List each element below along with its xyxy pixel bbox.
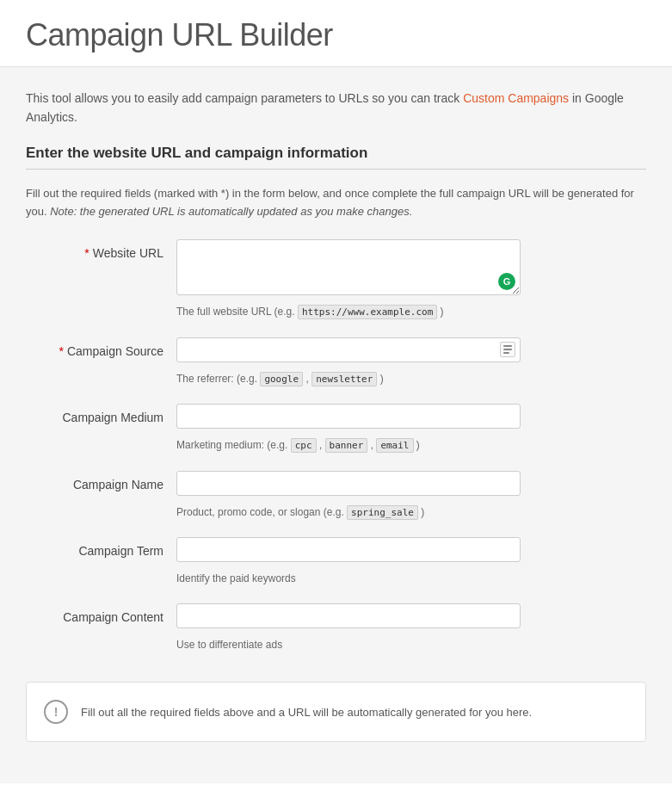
- medium-hint-code2: banner: [325, 438, 368, 453]
- campaign-source-input[interactable]: [176, 337, 521, 362]
- campaign-medium-row: Campaign Medium: [26, 404, 646, 429]
- campaign-content-input[interactable]: [176, 603, 521, 628]
- form-instructions: Fill out the required fields (marked wit…: [26, 185, 646, 221]
- campaign-content-hint: Use to differentiate ads: [176, 637, 282, 652]
- campaign-medium-input[interactable]: [176, 404, 521, 429]
- campaign-content-field-wrapper: [176, 603, 521, 628]
- website-url-hint-code: https://www.example.com: [298, 305, 437, 319]
- campaign-term-row: Campaign Term: [26, 537, 646, 562]
- campaign-term-input[interactable]: [176, 537, 521, 562]
- intro-text: This tool allows you to easily add campa…: [26, 89, 646, 127]
- url-output-box: ! Fill out all the required fields above…: [26, 682, 646, 742]
- campaign-medium-hint: Marketing medium: (e.g. cpc , banner , e…: [176, 437, 420, 454]
- campaign-source-field-wrapper: [176, 337, 521, 362]
- website-url-field-wrapper: G: [176, 239, 521, 295]
- campaign-name-input[interactable]: [176, 471, 521, 496]
- source-hint-code1: google: [260, 372, 303, 386]
- campaign-name-hint: Product, promo code, or slogan (e.g. spr…: [176, 504, 424, 521]
- page-header: Campaign URL Builder: [0, 0, 672, 67]
- section-divider: [26, 169, 646, 170]
- name-hint-code: spring_sale: [347, 505, 418, 520]
- website-url-hint-row: The full website URL (e.g. https://www.e…: [26, 300, 646, 332]
- campaign-medium-field-wrapper: [176, 404, 521, 429]
- website-url-input-wrapper: G: [176, 239, 521, 295]
- page-content: This tool allows you to easily add campa…: [0, 67, 672, 783]
- campaign-term-hint-row: Identify the paid keywords: [26, 567, 646, 598]
- campaign-content-hint-row: Use to differentiate ads: [26, 634, 646, 664]
- campaign-content-label: Campaign Content: [26, 603, 176, 624]
- campaign-term-field-wrapper: [176, 537, 521, 562]
- campaign-source-input-wrapper: [176, 337, 521, 362]
- campaign-source-label: *Campaign Source: [26, 337, 176, 358]
- website-url-row: *Website URL G: [26, 239, 646, 295]
- website-url-input[interactable]: [176, 239, 521, 295]
- source-icon: [500, 342, 515, 357]
- page-title: Campaign URL Builder: [26, 17, 646, 53]
- campaign-name-field-wrapper: [176, 471, 521, 496]
- campaign-name-row: Campaign Name: [26, 471, 646, 496]
- campaign-medium-hint-row: Marketing medium: (e.g. cpc , banner , e…: [26, 434, 646, 466]
- custom-campaigns-link[interactable]: Custom Campaigns: [463, 91, 569, 105]
- url-output-text: Fill out all the required fields above a…: [81, 704, 532, 721]
- campaign-source-hint: The referrer: (e.g. google , newsletter …: [176, 371, 384, 387]
- website-url-hint: The full website URL (e.g. https://www.e…: [176, 304, 444, 320]
- campaign-source-row: *Campaign Source: [26, 337, 646, 362]
- source-hint-code2: newsletter: [311, 372, 377, 386]
- info-icon: !: [44, 700, 68, 724]
- required-star-source: *: [59, 344, 63, 358]
- medium-hint-code3: email: [376, 438, 413, 453]
- campaign-name-label: Campaign Name: [26, 471, 176, 491]
- website-url-label: *Website URL: [26, 239, 176, 260]
- intro-text-before: This tool allows you to easily add campa…: [26, 91, 463, 105]
- campaign-medium-label: Campaign Medium: [26, 404, 176, 424]
- required-star: *: [84, 246, 89, 260]
- campaign-source-hint-row: The referrer: (e.g. google , newsletter …: [26, 368, 646, 399]
- campaign-name-hint-row: Product, promo code, or slogan (e.g. spr…: [26, 501, 646, 533]
- campaign-term-label: Campaign Term: [26, 537, 176, 558]
- medium-hint-code1: cpc: [291, 438, 317, 453]
- campaign-term-hint: Identify the paid keywords: [176, 571, 296, 586]
- section-heading: Enter the website URL and campaign infor…: [26, 145, 646, 162]
- campaign-content-row: Campaign Content: [26, 603, 646, 628]
